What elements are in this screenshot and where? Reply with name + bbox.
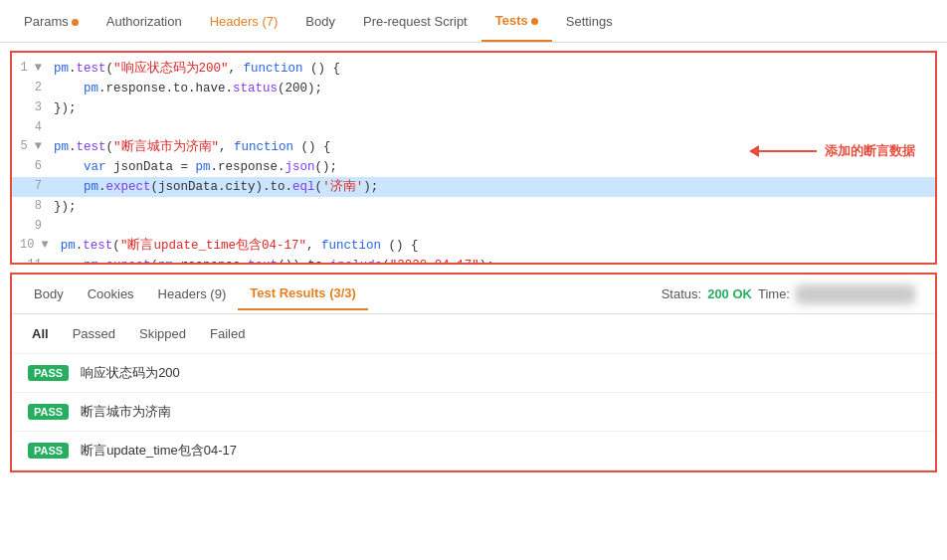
tab-prerequest[interactable]: Pre-request Script: [349, 2, 481, 41]
filter-passed[interactable]: Passed: [69, 324, 119, 343]
tab-response-body[interactable]: Body: [22, 279, 76, 309]
tab-response-cookies[interactable]: Cookies: [76, 279, 146, 309]
test-name-3: 断言update_time包含04-17: [81, 442, 237, 460]
pass-badge-2: PASS: [28, 404, 69, 420]
code-editor[interactable]: 1 ▼ pm.test("响应状态码为200", function () { 2…: [10, 51, 937, 265]
code-line-7: 7 pm.expect(jsonData.city).to.eql('济南');: [12, 177, 935, 197]
response-panel: Body Cookies Headers (9) Test Results (3…: [10, 273, 937, 472]
tab-headers[interactable]: Headers (7): [196, 2, 292, 41]
tab-body[interactable]: Body: [291, 2, 349, 41]
annotation-arrow: [757, 150, 817, 152]
code-line-10: 10 ▼ pm.test("断言update_time包含04-17", fun…: [12, 236, 935, 256]
pass-badge-1: PASS: [28, 365, 69, 381]
code-line-9: 9: [12, 217, 935, 236]
test-name-1: 响应状态码为200: [81, 364, 180, 382]
tab-settings[interactable]: Settings: [552, 2, 627, 41]
test-name-2: 断言城市为济南: [81, 403, 171, 421]
filter-all[interactable]: All: [28, 324, 53, 343]
tests-dot: [531, 18, 538, 25]
top-tab-bar: Params Authorization Headers (7) Body Pr…: [0, 0, 947, 43]
test-result-row-1: PASS 响应状态码为200: [12, 354, 935, 393]
code-line-1: 1 ▼ pm.test("响应状态码为200", function () {: [12, 59, 935, 79]
tab-params[interactable]: Params: [10, 2, 93, 41]
filter-bar: All Passed Skipped Failed: [12, 314, 935, 354]
pass-badge-3: PASS: [28, 443, 69, 459]
response-tab-bar: Body Cookies Headers (9) Test Results (3…: [12, 275, 935, 314]
code-line-6: 6 var jsonData = pm.response.json();: [12, 157, 935, 177]
code-line-8: 8 });: [12, 197, 935, 217]
code-line-2: 2 pm.response.to.have.status(200);: [12, 79, 935, 98]
time-value-blurred: [796, 284, 915, 304]
tab-tests[interactable]: Tests: [481, 1, 552, 42]
code-line-4: 4: [12, 118, 935, 137]
status-value: 200 OK: [707, 286, 752, 301]
tab-authorization[interactable]: Authorization: [93, 2, 196, 41]
filter-failed[interactable]: Failed: [206, 324, 249, 343]
status-bar: Status: 200 OK Time:: [662, 284, 925, 304]
annotation-label: 添加的断言数据: [825, 142, 915, 160]
code-line-3: 3 });: [12, 98, 935, 118]
test-result-row-2: PASS 断言城市为济南: [12, 393, 935, 432]
test-result-row-3: PASS 断言update_time包含04-17: [12, 432, 935, 470]
filter-skipped[interactable]: Skipped: [135, 324, 190, 343]
tab-test-results[interactable]: Test Results (3/3): [238, 278, 368, 310]
params-dot: [72, 19, 79, 26]
tab-response-headers[interactable]: Headers (9): [146, 279, 239, 309]
code-line-11: 11 pm.expect(pm.response.text()).to.incl…: [12, 256, 935, 265]
code-annotation: 添加的断言数据: [757, 142, 915, 160]
